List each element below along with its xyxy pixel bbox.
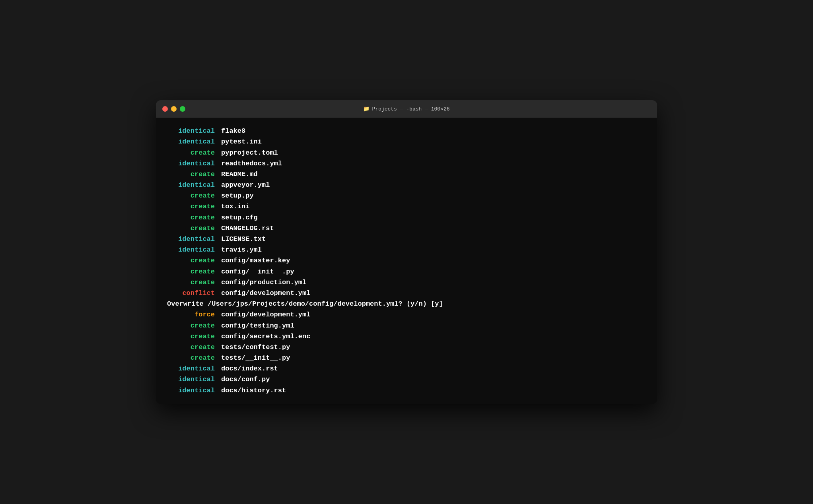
label-create: create (167, 320, 215, 331)
filename: config/development.yml (221, 309, 310, 320)
filename: appveyor.yml (221, 180, 270, 190)
terminal-line: createtox.ini (167, 201, 646, 212)
label-create: create (167, 190, 215, 201)
traffic-lights (162, 106, 185, 112)
label-create: create (167, 169, 215, 180)
close-button[interactable] (162, 106, 168, 112)
folder-icon: 📁 (363, 106, 370, 112)
filename: docs/index.rst (221, 363, 278, 374)
label-create: create (167, 223, 215, 234)
filename: docs/conf.py (221, 374, 270, 385)
terminal-line: identicaldocs/conf.py (167, 374, 646, 385)
filename: docs/history.rst (221, 385, 286, 396)
label-create: create (167, 212, 215, 223)
label-identical: identical (167, 158, 215, 169)
filename: config/testing.yml (221, 320, 294, 331)
terminal-line: createconfig/secrets.yml.enc (167, 331, 646, 342)
label-identical: identical (167, 385, 215, 396)
terminal-line: createtests/__init__.py (167, 353, 646, 363)
filename: travis.yml (221, 244, 262, 255)
label-conflict: conflict (167, 288, 215, 299)
terminal-line: createtests/conftest.py (167, 342, 646, 353)
terminal-line: createREADME.md (167, 169, 646, 180)
terminal-line: identicalpytest.ini (167, 136, 646, 147)
titlebar: 📁 Projects — -bash — 100×26 (156, 100, 657, 118)
label-identical: identical (167, 374, 215, 385)
filename: config/master.key (221, 255, 290, 266)
terminal-line: createpyproject.toml (167, 147, 646, 158)
overwrite-prompt-line: Overwrite /Users/jps/Projects/demo/confi… (167, 299, 646, 309)
label-identical: identical (167, 234, 215, 244)
terminal-line: createconfig/master.key (167, 255, 646, 266)
terminal-line: identicalreadthedocs.yml (167, 158, 646, 169)
maximize-button[interactable] (180, 106, 185, 112)
terminal-line: identicaldocs/history.rst (167, 385, 646, 396)
filename: config/secrets.yml.enc (221, 331, 310, 342)
filename: flake8 (221, 126, 245, 136)
label-identical: identical (167, 244, 215, 255)
label-force: force (167, 309, 215, 320)
terminal-line: identicaltravis.yml (167, 244, 646, 255)
label-identical: identical (167, 180, 215, 190)
label-create: create (167, 331, 215, 342)
label-create: create (167, 277, 215, 288)
filename: config/__init__.py (221, 266, 294, 277)
label-create: create (167, 266, 215, 277)
filename: config/development.yml (221, 288, 310, 299)
terminal-line: createsetup.cfg (167, 212, 646, 223)
terminal-line: createconfig/__init__.py (167, 266, 646, 277)
filename: setup.py (221, 190, 254, 201)
label-create: create (167, 342, 215, 353)
terminal-line: createsetup.py (167, 190, 646, 201)
terminal-line: identicalLICENSE.txt (167, 234, 646, 244)
filename: tests/conftest.py (221, 342, 290, 353)
window-title: 📁 Projects — -bash — 100×26 (363, 106, 449, 112)
label-create: create (167, 147, 215, 158)
filename: pyproject.toml (221, 147, 278, 158)
terminal-line: conflictconfig/development.yml (167, 288, 646, 299)
filename: tox.ini (221, 201, 249, 212)
filename: LICENSE.txt (221, 234, 266, 244)
filename: setup.cfg (221, 212, 258, 223)
filename: config/production.yml (221, 277, 306, 288)
terminal-window: 📁 Projects — -bash — 100×26 identicalfla… (156, 100, 657, 404)
label-create: create (167, 353, 215, 363)
minimize-button[interactable] (171, 106, 177, 112)
terminal-line: createconfig/production.yml (167, 277, 646, 288)
filename: tests/__init__.py (221, 353, 290, 363)
terminal-line: forceconfig/development.yml (167, 309, 646, 320)
label-create: create (167, 255, 215, 266)
terminal-body: identicalflake8identicalpytest.inicreate… (156, 118, 657, 404)
terminal-line: createconfig/testing.yml (167, 320, 646, 331)
filename: README.md (221, 169, 258, 180)
filename: readthedocs.yml (221, 158, 282, 169)
label-create: create (167, 201, 215, 212)
label-identical: identical (167, 363, 215, 374)
terminal-line: identicalflake8 (167, 126, 646, 136)
terminal-line: identicaldocs/index.rst (167, 363, 646, 374)
label-identical: identical (167, 136, 215, 147)
filename: pytest.ini (221, 136, 262, 147)
terminal-line: identicalappveyor.yml (167, 180, 646, 190)
terminal-line: createCHANGELOG.rst (167, 223, 646, 234)
label-identical: identical (167, 126, 215, 136)
filename: CHANGELOG.rst (221, 223, 274, 234)
title-label: Projects — -bash — 100×26 (372, 106, 449, 112)
